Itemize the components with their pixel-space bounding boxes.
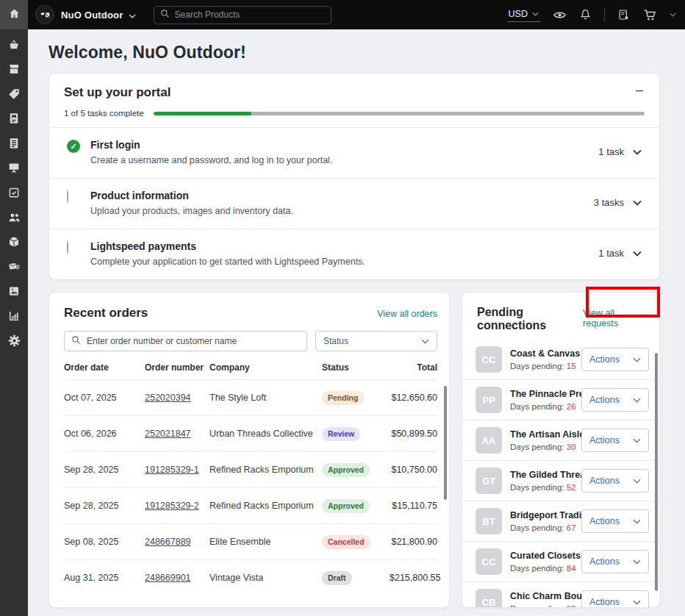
orders-table: Order date Order number Company Status T… bbox=[49, 356, 449, 595]
connection-item: CB Chic Charm Boutique Days pending: 99 … bbox=[462, 581, 659, 608]
store-name: NuO Outdoor bbox=[61, 10, 123, 21]
order-number-link[interactable]: 252020394 bbox=[145, 393, 191, 403]
order-row: Aug 31, 2025 248669901 Vintage Vista Dra… bbox=[64, 559, 437, 595]
col-company: Company bbox=[209, 362, 322, 373]
store-logo[interactable] bbox=[35, 5, 54, 24]
page-title: Welcome, NuO Outdoor! bbox=[49, 43, 685, 62]
recent-orders-title: Recent orders bbox=[64, 306, 148, 320]
connections-scrollbar-thumb[interactable] bbox=[655, 353, 658, 591]
recent-orders-card: Recent orders View all orders Status Ord… bbox=[49, 292, 450, 608]
task-count: 1 task bbox=[598, 146, 624, 157]
setup-task-row-lightspeed-payments[interactable]: Lightspeed payments Complete your applic… bbox=[49, 229, 659, 279]
product-search bbox=[154, 6, 331, 24]
sidebar-item-tag-icon[interactable] bbox=[7, 87, 21, 101]
order-date: Sep 28, 2025 bbox=[64, 465, 145, 475]
progress-fill bbox=[154, 112, 252, 115]
days-pending-value: 30 bbox=[567, 443, 576, 451]
cart-chevron-icon[interactable] bbox=[670, 12, 676, 17]
order-row: Oct 06, 2026 252021847 Urban Threads Col… bbox=[64, 415, 437, 451]
connection-name: The Artisan Aisle bbox=[510, 429, 581, 440]
currency-selector[interactable]: USD bbox=[507, 7, 540, 22]
days-pending: Days pending: 52 bbox=[510, 483, 581, 492]
connection-name: Curated Closets bbox=[510, 551, 581, 561]
connection-name: Chic Charm Boutique bbox=[510, 591, 581, 601]
notifications-bell-icon[interactable] bbox=[579, 8, 592, 21]
order-company: Refined Racks Emporium bbox=[209, 501, 322, 511]
connection-item: CC Coast & Canvas Days pending: 15 Actio… bbox=[462, 340, 659, 379]
task-count: 1 task bbox=[598, 248, 624, 259]
preview-eye-icon[interactable] bbox=[553, 8, 567, 22]
task-description: Create a username and password, and log … bbox=[90, 155, 332, 165]
status-filter-select[interactable]: Status bbox=[315, 331, 437, 351]
currency-label: USD bbox=[509, 9, 528, 19]
home-nav-button[interactable] bbox=[0, 0, 28, 29]
sidebar-item-gallery-icon[interactable] bbox=[7, 284, 21, 298]
order-number-link[interactable]: 252021847 bbox=[145, 429, 191, 439]
order-number-link[interactable]: 191285329-2 bbox=[145, 501, 199, 511]
days-pending-value: 67 bbox=[567, 523, 576, 532]
orders-table-header: Order date Order number Company Status T… bbox=[64, 356, 437, 379]
order-search-input[interactable] bbox=[87, 336, 300, 346]
chevron-down-icon[interactable] bbox=[633, 145, 642, 158]
view-all-requests-link[interactable]: View all requests bbox=[583, 308, 645, 329]
order-date: Sep 08, 2025 bbox=[64, 537, 145, 547]
order-company: Urban Threads Collective bbox=[209, 429, 322, 439]
actions-button[interactable]: Actions bbox=[581, 509, 649, 533]
home-icon bbox=[8, 7, 21, 23]
actions-button[interactable]: Actions bbox=[581, 388, 649, 412]
chevron-down-icon bbox=[129, 8, 136, 21]
sidebar-item-settings-gear-icon[interactable] bbox=[7, 334, 21, 348]
collapse-icon[interactable]: – bbox=[634, 85, 645, 94]
task-description: Upload your products, images and invento… bbox=[90, 206, 293, 216]
sidebar-item-shop-basket-icon[interactable] bbox=[7, 37, 21, 51]
days-pending: Days pending: 84 bbox=[510, 564, 581, 573]
days-pending-value: 15 bbox=[567, 362, 576, 370]
search-icon bbox=[71, 334, 81, 348]
order-search-box bbox=[64, 331, 307, 351]
sidebar-item-presentation-icon[interactable] bbox=[7, 161, 21, 175]
order-number-link[interactable]: 248669901 bbox=[145, 573, 191, 583]
avatar: PP bbox=[476, 387, 502, 413]
days-pending: Days pending: 15 bbox=[510, 362, 580, 370]
cart-icon[interactable] bbox=[642, 8, 657, 22]
sidebar-item-linesheet-icon[interactable] bbox=[7, 136, 21, 150]
sidebar-item-customers-icon[interactable] bbox=[7, 210, 21, 224]
order-total: $10,750.00 bbox=[390, 465, 437, 475]
actions-button[interactable]: Actions bbox=[581, 550, 649, 573]
sidebar-item-campaigns-mail-icon[interactable] bbox=[7, 259, 21, 273]
setup-task-row-first-login[interactable]: ✓ First login Create a username and pass… bbox=[49, 127, 659, 178]
order-row: Sep 28, 2025 191285329-1 Refined Racks E… bbox=[64, 451, 437, 487]
days-pending: Days pending: 67 bbox=[510, 523, 581, 532]
task-complete-check-icon: ✓ bbox=[67, 140, 80, 153]
order-company: Elite Ensemble bbox=[209, 537, 322, 547]
avatar: CC bbox=[476, 346, 502, 373]
actions-button[interactable]: Actions bbox=[581, 590, 649, 608]
days-pending-value: 84 bbox=[567, 564, 576, 573]
order-number-link[interactable]: 248667889 bbox=[145, 537, 191, 547]
sidebar-nav bbox=[0, 29, 28, 616]
order-total: $50,899.50 bbox=[390, 429, 437, 439]
sidebar-item-tasks-icon[interactable] bbox=[7, 186, 21, 200]
sidebar-item-products-box-icon[interactable] bbox=[7, 235, 21, 249]
sidebar-item-catalog-icon[interactable] bbox=[7, 112, 21, 126]
sidebar-item-reports-icon[interactable] bbox=[7, 309, 21, 323]
order-row: Sep 28, 2025 191285329-2 Refined Racks E… bbox=[64, 487, 437, 523]
order-status-badge: Draft bbox=[322, 571, 352, 585]
order-number-link[interactable]: 191285329-1 bbox=[145, 465, 199, 475]
store-switcher[interactable]: NuO Outdoor bbox=[61, 8, 136, 21]
chevron-down-icon[interactable] bbox=[633, 196, 642, 209]
actions-button[interactable]: Actions bbox=[581, 469, 649, 493]
actions-button[interactable]: Actions bbox=[581, 429, 649, 452]
orders-table-body: Oct 07, 2025 252020394 The Style Loft Pe… bbox=[64, 379, 437, 595]
draft-orders-icon[interactable] bbox=[617, 8, 630, 21]
sidebar-item-storefront-icon[interactable] bbox=[7, 62, 21, 76]
order-row: Sep 08, 2025 248667889 Elite Ensemble Ca… bbox=[64, 523, 437, 559]
avatar: CC bbox=[476, 548, 502, 575]
actions-button[interactable]: Actions bbox=[581, 348, 649, 371]
setup-task-row-product-information[interactable]: Product information Upload your products… bbox=[49, 178, 659, 229]
orders-scrollbar-thumb[interactable] bbox=[444, 386, 447, 500]
product-search-input[interactable] bbox=[175, 10, 325, 20]
chevron-down-icon[interactable] bbox=[633, 246, 642, 259]
task-title: Product information bbox=[90, 190, 293, 201]
view-all-orders-link[interactable]: View all orders bbox=[377, 309, 437, 319]
